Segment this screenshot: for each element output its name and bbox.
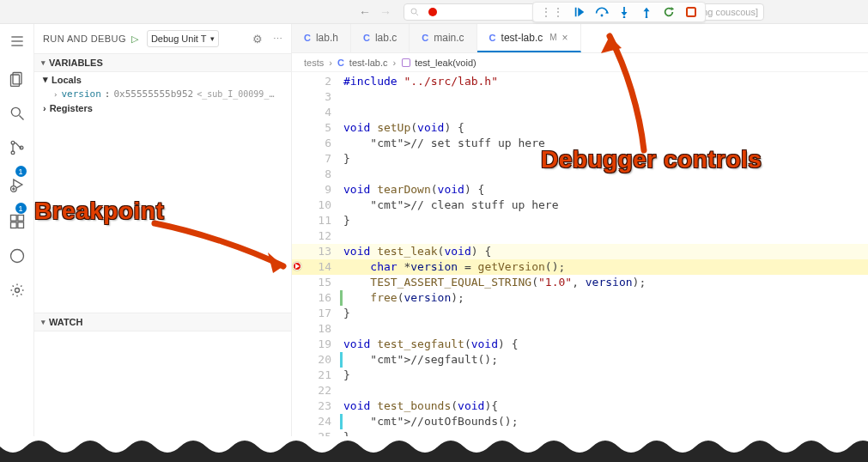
code-line[interactable]: 9void tearDown(void) {: [292, 182, 868, 198]
locals-header[interactable]: ▾ Locals: [34, 72, 291, 87]
launch-config-select[interactable]: Debug Unit T ▾: [147, 30, 219, 47]
code-text[interactable]: #include "../src/lab.h": [343, 74, 498, 89]
line-number[interactable]: 3: [302, 89, 343, 105]
code-line[interactable]: 23void test_bounds(void){: [292, 398, 868, 414]
code-line[interactable]: 11}: [292, 213, 868, 228]
line-number[interactable]: 15: [302, 275, 343, 290]
code-text[interactable]: }: [343, 368, 350, 383]
code-text[interactable]: "cmt">// clean stuff up here: [343, 198, 558, 213]
line-number[interactable]: 8: [302, 167, 343, 182]
code-line[interactable]: 4: [292, 105, 868, 120]
glyph-margin[interactable]: [292, 259, 302, 275]
editor-tab[interactable]: C test-lab.c M ×: [477, 23, 581, 52]
code-line[interactable]: 24 "cmt">//outOfBounds();: [292, 414, 868, 429]
glyph-margin[interactable]: [292, 306, 302, 321]
line-number[interactable]: 4: [302, 105, 343, 120]
code-line[interactable]: 2#include "../src/lab.h": [292, 74, 868, 89]
restart-button[interactable]: [662, 5, 676, 19]
line-number[interactable]: 17: [302, 306, 343, 321]
glyph-margin[interactable]: [292, 368, 302, 383]
settings-gear-icon[interactable]: [9, 282, 26, 299]
code-line[interactable]: 20 "cmt">//segfault();: [292, 352, 868, 368]
line-number[interactable]: 18: [302, 321, 343, 337]
breadcrumb-symbol[interactable]: test_leak(void): [415, 58, 476, 68]
code-text[interactable]: TEST_ASSERT_EQUAL_STRING("1.0", version)…: [343, 275, 646, 290]
code-text[interactable]: char *version = getVersion();: [343, 259, 565, 275]
glyph-margin[interactable]: [292, 213, 302, 228]
extensions-icon[interactable]: [9, 213, 26, 230]
breakpoint-icon[interactable]: [293, 262, 301, 271]
line-number[interactable]: 12: [302, 228, 343, 244]
continue-button[interactable]: [573, 5, 586, 19]
code-line[interactable]: 6 "cmt">// set stuff up here: [292, 136, 868, 151]
search-icon[interactable]: [9, 105, 26, 122]
code-text[interactable]: }: [343, 151, 350, 167]
step-into-button[interactable]: [617, 5, 631, 19]
breadcrumb-file[interactable]: test-lab.c: [349, 58, 388, 68]
code-line[interactable]: 7}: [292, 151, 868, 167]
source-control-icon[interactable]: [9, 139, 26, 156]
glyph-margin[interactable]: [292, 198, 302, 213]
start-debug-button[interactable]: ▷: [131, 33, 138, 45]
line-number[interactable]: 20: [302, 352, 343, 368]
line-number[interactable]: 14: [302, 259, 343, 275]
glyph-margin[interactable]: [292, 290, 302, 306]
code-line[interactable]: 3: [292, 89, 868, 105]
code-line[interactable]: 8: [292, 167, 868, 182]
line-number[interactable]: 19: [302, 337, 343, 352]
glyph-margin[interactable]: [292, 182, 302, 198]
breadcrumb-folder[interactable]: tests: [304, 58, 324, 68]
line-number[interactable]: 16: [302, 290, 343, 306]
glyph-margin[interactable]: [292, 244, 302, 259]
line-number[interactable]: 23: [302, 398, 343, 414]
run-debug-icon[interactable]: [9, 176, 26, 193]
line-number[interactable]: 11: [302, 213, 343, 228]
code-line[interactable]: 14 char *version = getVersion();: [292, 259, 868, 275]
code-text[interactable]: "cmt">// set stuff up here: [343, 136, 545, 151]
code-text[interactable]: void test_bounds(void){: [343, 398, 498, 414]
glyph-margin[interactable]: [292, 383, 302, 398]
line-number[interactable]: 21: [302, 368, 343, 383]
line-number[interactable]: 10: [302, 198, 343, 213]
code-line[interactable]: 16 free(version);: [292, 290, 868, 306]
registers-header[interactable]: › Registers: [34, 101, 291, 115]
code-text[interactable]: "cmt">//segfault();: [343, 352, 498, 368]
line-number[interactable]: 13: [302, 244, 343, 259]
glyph-margin[interactable]: [292, 337, 302, 352]
line-number[interactable]: 24: [302, 414, 343, 429]
code-text[interactable]: }: [343, 306, 350, 321]
nav-forward-icon[interactable]: →: [379, 5, 392, 19]
glyph-margin[interactable]: [292, 398, 302, 414]
editor-tab[interactable]: C lab.c: [351, 23, 410, 52]
line-number[interactable]: 22: [302, 383, 343, 398]
configure-launch-icon[interactable]: ⚙: [252, 33, 263, 46]
code-line[interactable]: 19void test_segfault(void) {: [292, 337, 868, 352]
code-text[interactable]: free(version);: [343, 290, 464, 306]
glyph-margin[interactable]: [292, 74, 302, 89]
glyph-margin[interactable]: [292, 120, 302, 136]
github-icon[interactable]: [9, 247, 26, 264]
stop-button[interactable]: [684, 5, 698, 19]
editor-tab[interactable]: C main.c: [410, 23, 476, 52]
menu-icon[interactable]: [9, 33, 26, 50]
code-text[interactable]: void setUp(void) {: [343, 120, 464, 136]
step-over-button[interactable]: [595, 5, 609, 19]
glyph-margin[interactable]: [292, 151, 302, 167]
drag-grip-icon[interactable]: ⋮⋮: [540, 5, 564, 19]
code-line[interactable]: 15 TEST_ASSERT_EQUAL_STRING("1.0", versi…: [292, 275, 868, 290]
explorer-icon[interactable]: [9, 70, 26, 88]
more-icon[interactable]: ⋯: [273, 33, 282, 45]
glyph-margin[interactable]: [292, 105, 302, 120]
code-line[interactable]: 10 "cmt">// clean stuff up here: [292, 198, 868, 213]
code-text[interactable]: void test_leak(void) {: [343, 244, 491, 259]
code-editor[interactable]: 2#include "../src/lab.h"345void setUp(vo…: [292, 72, 868, 462]
code-text[interactable]: "cmt">//outOfBounds();: [343, 414, 519, 429]
glyph-margin[interactable]: [292, 136, 302, 151]
code-text[interactable]: }: [343, 213, 350, 228]
code-line[interactable]: 21}: [292, 368, 868, 383]
nav-back-icon[interactable]: ←: [359, 5, 371, 19]
glyph-margin[interactable]: [292, 228, 302, 244]
glyph-margin[interactable]: [292, 352, 302, 368]
line-number[interactable]: 6: [302, 136, 343, 151]
glyph-margin[interactable]: [292, 167, 302, 182]
